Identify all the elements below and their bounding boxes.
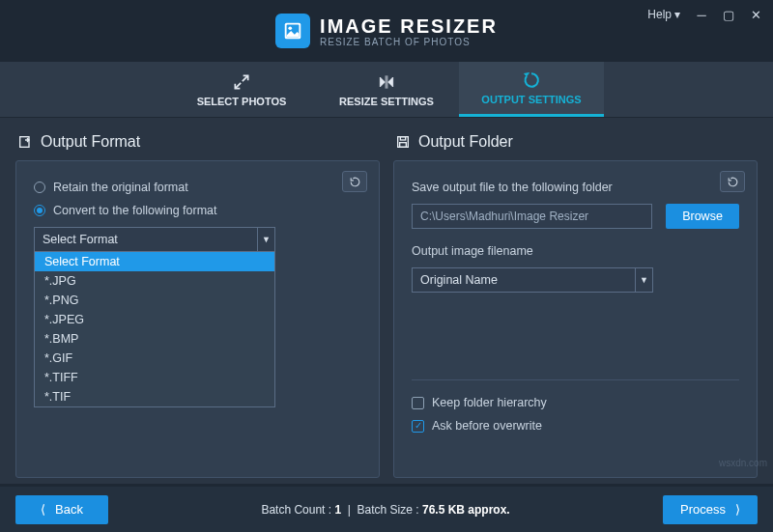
tab-label: SELECT PHOTOS (197, 96, 287, 107)
format-option[interactable]: *.GIF (35, 349, 274, 368)
output-format-pane: Output Format Retain the original format… (15, 133, 380, 478)
app-logo-icon (275, 14, 310, 48)
checkbox-icon (412, 420, 424, 433)
svg-point-2 (289, 26, 293, 30)
output-path-field[interactable]: C:\Users\Madhuri\Image Resizer (412, 204, 652, 229)
format-option[interactable]: *.TIFF (35, 368, 274, 387)
format-option[interactable]: *.TIF (35, 387, 274, 406)
chevron-left-icon: ⟨ (41, 502, 45, 517)
app-subtitle: RESIZE BATCH OF PHOTOS (320, 37, 498, 47)
output-folder-card: Save output file to the following folder… (393, 160, 758, 478)
titlebar: IMAGE RESIZER RESIZE BATCH OF PHOTOS Hel… (0, 0, 773, 62)
output-path-value: C:\Users\Madhuri\Image Resizer (420, 210, 588, 223)
brand: IMAGE RESIZER RESIZE BATCH OF PHOTOS (275, 14, 498, 48)
radio-icon (34, 205, 45, 216)
filename-label: Output image filename (412, 244, 739, 258)
back-button[interactable]: ⟨ Back (15, 495, 108, 524)
tab-select-photos[interactable]: SELECT PHOTOS (169, 62, 314, 117)
output-format-card: Retain the original format Convert to th… (15, 160, 380, 478)
pane-title-text: Output Format (41, 133, 140, 151)
save-icon (395, 134, 411, 150)
batch-size-label: Batch Size : (358, 503, 419, 517)
help-menu[interactable]: Help ▾ (642, 4, 686, 25)
radio-label: Retain the original format (53, 181, 188, 194)
format-option[interactable]: *.JPEG (35, 310, 274, 329)
reset-folder-button[interactable] (720, 171, 745, 192)
tab-label: RESIZE SETTINGS (339, 96, 434, 107)
tab-label: OUTPUT SETTINGS (481, 94, 581, 105)
close-button[interactable]: ✕ (744, 5, 767, 24)
app-title: IMAGE RESIZER (320, 15, 498, 37)
filename-select-display[interactable]: Original Name ▼ (412, 267, 653, 293)
help-label: Help (647, 8, 672, 21)
radio-label: Convert to the following format (53, 204, 217, 217)
radio-convert-format[interactable]: Convert to the following format (34, 204, 361, 217)
expand-icon (232, 72, 251, 92)
tab-output-settings[interactable]: OUTPUT SETTINGS (459, 62, 604, 117)
footer-bar: ⟨ Back Batch Count : 1 | Batch Size : 76… (0, 484, 773, 532)
svg-rect-5 (400, 137, 405, 140)
checkbox-label: Ask before overwrite (432, 419, 542, 433)
process-label: Process (680, 502, 726, 517)
filename-select-value: Original Name (420, 273, 498, 287)
batch-count-label: Batch Count : (261, 503, 331, 517)
back-label: Back (55, 502, 83, 517)
mirror-icon (377, 72, 396, 92)
minimize-button[interactable]: ─ (690, 5, 713, 24)
format-option[interactable]: *.BMP (35, 329, 274, 349)
browse-label: Browse (682, 210, 723, 223)
refresh-icon (522, 70, 541, 90)
checkbox-keep-hierarchy[interactable]: Keep folder hierarchy (412, 396, 739, 409)
output-folder-pane: Output Folder Save output file to the fo… (393, 133, 758, 478)
content-area: Output Format Retain the original format… (0, 118, 773, 484)
format-select-display[interactable]: Select Format ▼ (34, 227, 275, 252)
batch-status: Batch Count : 1 | Batch Size : 76.5 KB a… (108, 503, 663, 517)
pane-title-text: Output Folder (418, 133, 513, 151)
svg-rect-6 (400, 143, 407, 148)
batch-count-value: 1 (334, 503, 341, 517)
chevron-right-icon: ⟩ (735, 502, 740, 517)
checkbox-label: Keep folder hierarchy (432, 396, 547, 409)
filename-select[interactable]: Original Name ▼ (412, 267, 653, 293)
batch-size-value: 76.5 KB approx. (422, 503, 510, 517)
chevron-down-icon: ▼ (257, 228, 274, 251)
format-option[interactable]: *.PNG (35, 291, 274, 310)
main-tabs: SELECT PHOTOS RESIZE SETTINGS OUTPUT SET… (0, 62, 773, 118)
chevron-down-icon: ▼ (635, 268, 652, 292)
reset-format-button[interactable] (342, 171, 367, 192)
format-select[interactable]: Select Format ▼ Select Format*.JPG*.PNG*… (34, 227, 275, 252)
checkbox-ask-overwrite[interactable]: Ask before overwrite (412, 419, 739, 433)
checkbox-icon (412, 397, 424, 409)
radio-retain-original[interactable]: Retain the original format (34, 181, 361, 194)
maximize-button[interactable]: ▢ (717, 5, 740, 24)
format-option[interactable]: Select Format (35, 252, 274, 271)
format-option[interactable]: *.JPG (35, 271, 274, 291)
radio-icon (34, 182, 45, 193)
process-button[interactable]: Process ⟩ (663, 495, 758, 524)
format-select-value: Select Format (43, 233, 118, 246)
format-select-list: Select Format*.JPG*.PNG*.JPEG*.BMP*.GIF*… (34, 252, 275, 407)
tab-resize-settings[interactable]: RESIZE SETTINGS (314, 62, 459, 117)
chevron-down-icon: ▾ (674, 8, 680, 21)
save-path-label: Save output file to the following folder (412, 181, 739, 194)
browse-button[interactable]: Browse (666, 204, 739, 229)
export-icon (17, 134, 33, 150)
